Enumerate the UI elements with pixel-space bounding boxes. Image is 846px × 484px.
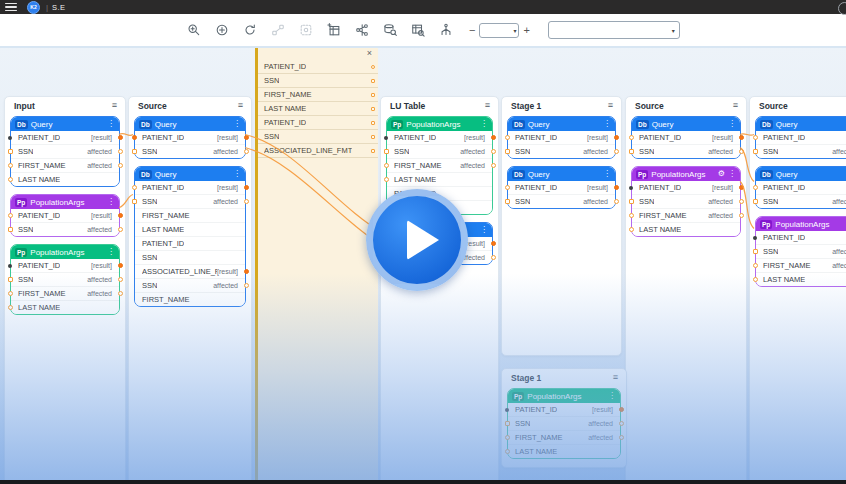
port-right-icon[interactable]: [614, 149, 619, 154]
port-right-icon[interactable]: [491, 241, 496, 246]
card-header[interactable]: DbQuery⋮: [632, 117, 740, 131]
panel-menu-icon[interactable]: ≡: [485, 101, 490, 110]
port-right-icon[interactable]: [371, 121, 375, 125]
port-right-icon[interactable]: [491, 149, 496, 154]
card-header[interactable]: DbQuery⋮: [11, 117, 119, 131]
node-card-query[interactable]: DbQuery⋮PATIENT_ID[result]SSNaffected: [631, 116, 741, 159]
field-row[interactable]: LAST NAME: [508, 444, 620, 458]
port-left-icon[interactable]: [629, 149, 634, 154]
auto-arrange-icon[interactable]: [354, 23, 369, 38]
port-right-icon[interactable]: [614, 185, 619, 190]
port-left-icon[interactable]: [505, 149, 510, 154]
port-right-icon[interactable]: [619, 421, 624, 426]
field-row[interactable]: SSNaffected: [11, 272, 119, 286]
port-left-icon[interactable]: [384, 163, 389, 168]
card-menu-icon[interactable]: ⋮: [728, 120, 736, 128]
port-right-icon[interactable]: [244, 149, 249, 154]
help-icon[interactable]: [838, 2, 846, 15]
field-row[interactable]: PATIENT_ID[result]: [135, 131, 245, 144]
add-node-icon[interactable]: [214, 23, 229, 38]
port-left-icon[interactable]: [505, 135, 510, 140]
zoom-in-button[interactable]: +: [523, 25, 529, 36]
field-row[interactable]: PATIENT_ID: [756, 231, 846, 244]
field-row[interactable]: FIRST_NAME: [135, 208, 245, 222]
port-left-icon[interactable]: [505, 185, 510, 190]
field-row[interactable]: SSNaffected: [135, 144, 245, 158]
port-right-icon[interactable]: [244, 199, 249, 204]
port-left-icon[interactable]: [384, 177, 389, 182]
field-row[interactable]: FIRST_NAMEaffected: [11, 158, 119, 172]
zoom-out-button[interactable]: −: [469, 25, 475, 36]
port-right-icon[interactable]: [371, 65, 375, 69]
expanded-field-row[interactable]: SSN: [258, 74, 378, 88]
expanded-field-row[interactable]: ASSOCIATED_LINE_FMT: [258, 144, 378, 158]
card-header[interactable]: DbQuery⋮: [756, 167, 846, 181]
node-card-query[interactable]: DbQuery⋮PATIENT_ID[result]SSNaffected: [134, 116, 246, 159]
port-left-icon[interactable]: [8, 291, 13, 296]
panel-menu-icon[interactable]: ≡: [613, 373, 618, 382]
field-row[interactable]: PATIENT_ID[result]: [11, 259, 119, 272]
port-left-icon[interactable]: [8, 305, 13, 310]
port-left-icon[interactable]: [8, 149, 13, 154]
node-card-query[interactable]: DbQuery⋮PATIENT_ID[result]SSNaffectedFIR…: [134, 166, 246, 307]
db-search-icon[interactable]: [382, 23, 397, 38]
hamburger-menu-icon[interactable]: [5, 3, 17, 11]
lineage-canvas[interactable]: Input≡DbQuery⋮PATIENT_ID[result]SSNaffec…: [0, 46, 846, 484]
field-row[interactable]: SSNaffected: [756, 144, 846, 158]
field-row[interactable]: PATIENT_ID[result]: [11, 131, 119, 144]
field-row[interactable]: LAST NAME: [632, 222, 740, 236]
table-search-icon[interactable]: [410, 23, 425, 38]
port-left-icon[interactable]: [8, 177, 13, 182]
port-left-icon[interactable]: [753, 277, 758, 282]
zoom-in-icon[interactable]: [186, 23, 201, 38]
port-right-icon[interactable]: [739, 185, 744, 190]
port-right-icon[interactable]: [739, 149, 744, 154]
zoom-level-select[interactable]: ▾: [479, 23, 519, 38]
field-row[interactable]: SSNaffected: [11, 222, 119, 236]
card-menu-icon[interactable]: ⋮: [233, 120, 241, 128]
port-left-icon[interactable]: [629, 199, 634, 204]
port-right-icon[interactable]: [118, 291, 123, 296]
node-card-populationargs[interactable]: PpPopulationArgs⋮PATIENT_ID[result]SSNaf…: [10, 194, 120, 237]
card-menu-icon[interactable]: ⋮: [233, 170, 241, 178]
panel-menu-icon[interactable]: ≡: [733, 101, 738, 110]
port-left-icon[interactable]: [753, 185, 758, 190]
port-left-icon[interactable]: [505, 421, 510, 426]
card-header[interactable]: PpPopulationArgs⋮: [508, 389, 620, 403]
port-right-icon[interactable]: [491, 163, 496, 168]
port-left-icon[interactable]: [132, 135, 137, 140]
port-left-icon[interactable]: [8, 163, 13, 168]
card-header[interactable]: DbQuery⋮: [135, 117, 245, 131]
node-card-populationargs[interactable]: PpPopulationArgs⋮PATIENT_ID[result]SSNaf…: [507, 388, 621, 459]
port-left-icon[interactable]: [8, 264, 12, 268]
card-menu-icon[interactable]: ⋮: [603, 170, 611, 178]
node-card-query[interactable]: DbQuery⋮PATIENT_ID[result]SSNaffected: [507, 116, 616, 159]
port-right-icon[interactable]: [118, 277, 123, 282]
port-left-icon[interactable]: [753, 149, 758, 154]
close-icon[interactable]: ×: [367, 49, 372, 58]
node-card-populationargs[interactable]: PpPopulationArgs⚙⋮PATIENT_ID[result]SSNa…: [631, 166, 741, 237]
card-header[interactable]: DbQuery⋮: [508, 167, 615, 181]
play-button[interactable]: [366, 189, 468, 291]
port-left-icon[interactable]: [629, 135, 634, 140]
port-right-icon[interactable]: [371, 107, 375, 111]
panel-menu-icon[interactable]: ≡: [608, 101, 613, 110]
port-left-icon[interactable]: [8, 213, 13, 218]
node-card-query[interactable]: DbQuery⋮PATIENT_IDSSNaffected: [755, 116, 846, 159]
field-row[interactable]: SSNaffected: [508, 194, 615, 208]
port-left-icon[interactable]: [753, 236, 757, 240]
field-row[interactable]: PATIENT_ID[result]: [508, 181, 615, 194]
node-card-populationargs[interactable]: PpPopulationArgs⋮PATIENT_IDSSNaffectedFI…: [755, 216, 846, 287]
card-menu-icon[interactable]: ⋮: [480, 226, 488, 234]
field-row[interactable]: FIRST_NAMEaffected: [387, 158, 492, 172]
card-menu-icon[interactable]: ⋮: [107, 248, 115, 256]
field-row[interactable]: LAST NAME: [11, 300, 119, 314]
field-row[interactable]: LAST NAME: [756, 272, 846, 286]
port-right-icon[interactable]: [614, 199, 619, 204]
field-row[interactable]: SSNaffected: [508, 144, 615, 158]
port-left-icon[interactable]: [505, 449, 510, 454]
port-right-icon[interactable]: [118, 149, 123, 154]
field-row[interactable]: FIRST_NAMEaffected: [756, 258, 846, 272]
field-row[interactable]: PATIENT_ID: [135, 236, 245, 250]
field-row[interactable]: PATIENT_ID[result]: [135, 181, 245, 194]
